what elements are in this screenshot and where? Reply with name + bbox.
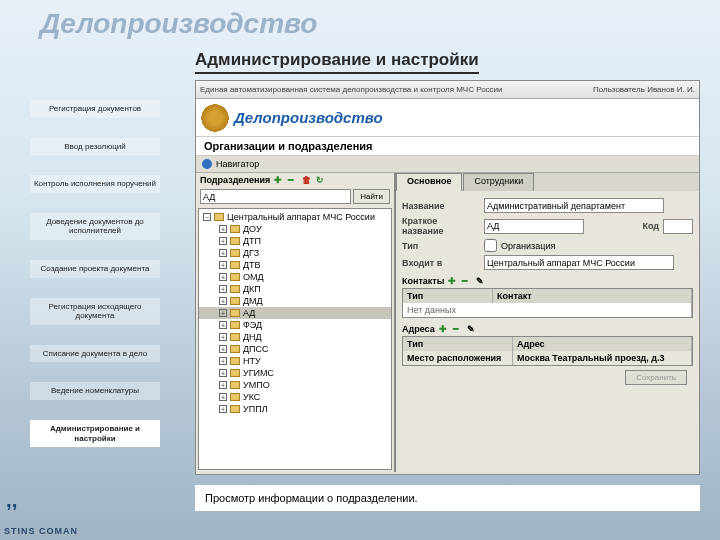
tree-item[interactable]: +ДТП bbox=[199, 235, 391, 247]
sidebar-item[interactable]: Доведение документов до исполнителей bbox=[30, 213, 160, 240]
tree-item[interactable]: +НТУ bbox=[199, 355, 391, 367]
user-name: Иванов И. И. bbox=[647, 85, 695, 94]
expand-icon[interactable]: + bbox=[219, 381, 227, 389]
sidebar-item[interactable]: Регистрация документов bbox=[30, 100, 160, 118]
tree-item[interactable]: +ДПСС bbox=[199, 343, 391, 355]
sidebar-item[interactable]: Ввод резолюций bbox=[30, 138, 160, 156]
col-addr: Адрес bbox=[513, 337, 692, 351]
edit-icon[interactable]: ✎ bbox=[467, 324, 477, 334]
delete-icon[interactable]: 🗑 bbox=[302, 175, 312, 185]
folder-icon bbox=[230, 333, 240, 341]
sidebar-item[interactable]: Регистрация исходящего документа bbox=[30, 298, 160, 325]
add-icon[interactable]: ✚ bbox=[274, 175, 284, 185]
tree-item[interactable]: +ДОУ bbox=[199, 223, 391, 235]
remove-icon[interactable]: ━ bbox=[288, 175, 298, 185]
expand-icon[interactable]: + bbox=[219, 261, 227, 269]
org-tree[interactable]: −Центральный аппарат МЧС России+ДОУ+ДТП+… bbox=[198, 208, 392, 470]
tree-item[interactable]: +ОМД bbox=[199, 271, 391, 283]
parent-field[interactable] bbox=[484, 255, 674, 270]
tree-item[interactable]: +ДГЗ bbox=[199, 247, 391, 259]
tree-item[interactable]: +ДКП bbox=[199, 283, 391, 295]
caption-text: Просмотр информации о подразделении. bbox=[205, 492, 418, 504]
tree-item-label: ДОУ bbox=[243, 224, 262, 234]
expand-icon[interactable]: + bbox=[219, 369, 227, 377]
tree-item[interactable]: +ФЭД bbox=[199, 319, 391, 331]
expand-icon[interactable]: + bbox=[219, 285, 227, 293]
add-icon[interactable]: ✚ bbox=[439, 324, 449, 334]
folder-icon bbox=[230, 237, 240, 245]
expand-icon[interactable]: + bbox=[219, 405, 227, 413]
tab[interactable]: Сотрудники bbox=[463, 173, 534, 191]
tree-item-label: УКС bbox=[243, 392, 260, 402]
remove-icon[interactable]: ━ bbox=[453, 324, 463, 334]
edit-icon[interactable]: ✎ bbox=[476, 276, 486, 286]
folder-icon bbox=[214, 213, 224, 221]
titlebar: Единая автоматизированная система делопр… bbox=[196, 81, 699, 99]
tab[interactable]: Основное bbox=[396, 173, 462, 191]
folder-icon bbox=[230, 381, 240, 389]
short-field[interactable] bbox=[484, 219, 584, 234]
expand-icon[interactable]: + bbox=[219, 237, 227, 245]
tree-item-label: АД bbox=[243, 308, 255, 318]
collapse-icon[interactable]: − bbox=[203, 213, 211, 221]
tree-item-label: ДМД bbox=[243, 296, 263, 306]
tree-item[interactable]: +АД bbox=[199, 307, 391, 319]
tree-item[interactable]: +УМПО bbox=[199, 379, 391, 391]
app-title: Делопроизводство bbox=[234, 109, 383, 126]
sidebar-item[interactable]: Создание проекта документа bbox=[30, 260, 160, 278]
code-field[interactable] bbox=[663, 219, 693, 234]
type-label: Тип bbox=[402, 241, 480, 251]
remove-icon[interactable]: ━ bbox=[462, 276, 472, 286]
quote-marks-icon: ,, bbox=[6, 486, 34, 514]
tree-item-label: ФЭД bbox=[243, 320, 262, 330]
tree-item[interactable]: +УППЛ bbox=[199, 403, 391, 415]
expand-icon[interactable]: + bbox=[219, 297, 227, 305]
expand-icon[interactable]: + bbox=[219, 225, 227, 233]
refresh-icon[interactable]: ↻ bbox=[316, 175, 326, 185]
tree-item[interactable]: +ДМД bbox=[199, 295, 391, 307]
expand-icon[interactable]: + bbox=[219, 333, 227, 341]
footer-brand: STINS COMAN bbox=[4, 526, 78, 536]
app-header: Делопроизводство bbox=[196, 99, 699, 137]
tree-item-label: ДГЗ bbox=[243, 248, 259, 258]
tree-item-label: ДНД bbox=[243, 332, 262, 342]
add-icon[interactable]: ✚ bbox=[448, 276, 458, 286]
folder-icon bbox=[230, 225, 240, 233]
caption-bar: Просмотр информации о подразделении. bbox=[195, 485, 700, 511]
expand-icon[interactable]: + bbox=[219, 273, 227, 281]
search-input[interactable] bbox=[200, 189, 351, 204]
sidebar-item[interactable]: Администрирование и настройки bbox=[30, 420, 160, 447]
tree-item[interactable]: +УКС bbox=[199, 391, 391, 403]
save-button[interactable]: Сохранить bbox=[625, 370, 687, 385]
expand-icon[interactable]: + bbox=[219, 249, 227, 257]
user-label: Пользователь bbox=[593, 85, 645, 94]
name-field[interactable] bbox=[484, 198, 664, 213]
tree-root-label[interactable]: Центральный аппарат МЧС России bbox=[227, 212, 375, 222]
name-label: Название bbox=[402, 201, 480, 211]
tree-item[interactable]: +ДНД bbox=[199, 331, 391, 343]
navigator-label[interactable]: Навигатор bbox=[216, 159, 259, 169]
col-contact: Контакт bbox=[493, 289, 692, 303]
code-label: Код bbox=[642, 221, 659, 231]
find-button[interactable]: Найти bbox=[353, 189, 390, 204]
folder-icon bbox=[230, 321, 240, 329]
sidebar-item[interactable]: Ведение номенклатуры bbox=[30, 382, 160, 400]
left-pane: Подразделения ✚ ━ 🗑 ↻ Найти −Центральный… bbox=[196, 173, 396, 472]
globe-icon bbox=[202, 159, 212, 169]
sidebar-item[interactable]: Списание документа в дело bbox=[30, 345, 160, 363]
expand-icon[interactable]: + bbox=[219, 309, 227, 317]
folder-icon bbox=[230, 369, 240, 377]
tree-item-label: ОМД bbox=[243, 272, 264, 282]
folder-icon bbox=[230, 309, 240, 317]
tree-item[interactable]: +УГИМС bbox=[199, 367, 391, 379]
expand-icon[interactable]: + bbox=[219, 345, 227, 353]
expand-icon[interactable]: + bbox=[219, 321, 227, 329]
tree-item-label: ДПСС bbox=[243, 344, 269, 354]
tree-item-label: УМПО bbox=[243, 380, 270, 390]
tree-item[interactable]: +ДТВ bbox=[199, 259, 391, 271]
tree-item-label: ДКП bbox=[243, 284, 261, 294]
expand-icon[interactable]: + bbox=[219, 357, 227, 365]
org-checkbox[interactable] bbox=[484, 239, 497, 252]
expand-icon[interactable]: + bbox=[219, 393, 227, 401]
sidebar-item[interactable]: Контроль исполнения поручений bbox=[30, 175, 160, 193]
